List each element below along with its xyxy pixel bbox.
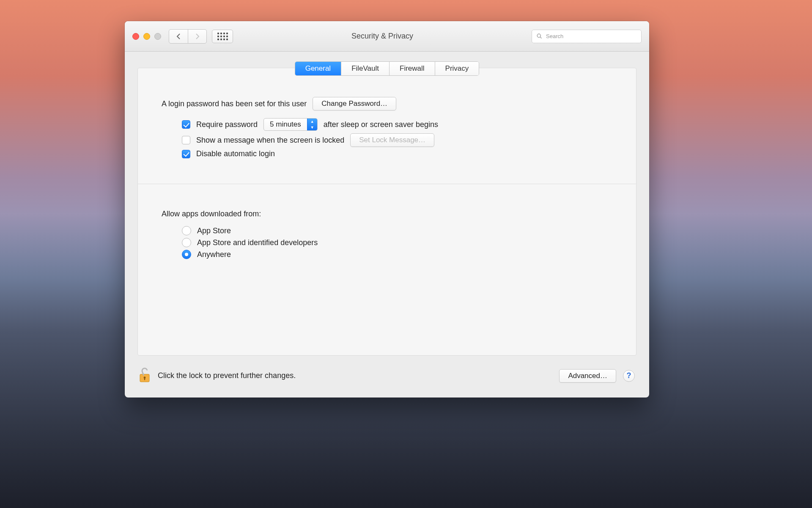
stepper-icon: ▲▼ (307, 119, 317, 130)
radio-label: Anywhere (197, 250, 231, 259)
button-label: Set Lock Message… (359, 136, 425, 144)
titlebar: Security & Privacy Search (125, 21, 649, 52)
tab-bar: General FileVault Firewall Privacy (295, 61, 480, 76)
advanced-button[interactable]: Advanced… (559, 369, 616, 383)
tab-label: Firewall (400, 64, 425, 72)
show-message-label: Show a message when the screen is locked (196, 136, 344, 145)
search-field[interactable]: Search (532, 30, 642, 43)
password-set-text: A login password has been set for this u… (162, 99, 307, 108)
unlocked-lock-icon (137, 367, 151, 384)
button-label: Change Password… (321, 99, 387, 108)
gatekeeper-heading: Allow apps downloaded from: (162, 210, 612, 218)
section-divider (138, 184, 636, 184)
tab-general[interactable]: General (295, 62, 341, 75)
window-title: Security & Privacy (238, 32, 527, 41)
gatekeeper-option-identified: App Store and identified developers (182, 238, 612, 247)
forward-button (188, 30, 206, 43)
footer: Click the lock to prevent further change… (125, 356, 649, 398)
search-placeholder: Search (546, 33, 563, 39)
gatekeeper-option-appstore: App Store (182, 226, 612, 235)
radio-label: App Store (197, 226, 231, 235)
require-password-delay-select[interactable]: 5 minutes ▲▼ (263, 118, 318, 131)
content-area: General FileVault Firewall Privacy A log… (125, 52, 649, 356)
after-sleep-text: after sleep or screen saver begins (324, 120, 438, 129)
search-icon (536, 33, 543, 39)
tab-label: Privacy (445, 64, 469, 72)
help-button[interactable]: ? (623, 370, 635, 382)
gatekeeper-option-anywhere: Anywhere (182, 250, 612, 259)
set-lock-message-button: Set Lock Message… (350, 133, 434, 147)
show-message-checkbox[interactable] (182, 136, 190, 144)
main-panel: General FileVault Firewall Privacy A log… (137, 68, 636, 356)
lock-hint-text: Click the lock to prevent further change… (158, 371, 296, 380)
grid-icon (217, 33, 228, 40)
disable-autologin-row: Disable automatic login (182, 149, 612, 158)
tab-label: General (305, 64, 331, 72)
tab-filevault[interactable]: FileVault (341, 62, 389, 75)
window-controls (132, 33, 161, 40)
radio-anywhere[interactable] (182, 250, 191, 259)
back-button[interactable] (169, 30, 188, 43)
svg-point-0 (537, 34, 540, 37)
button-label: Advanced… (568, 372, 607, 380)
lock-button[interactable] (137, 367, 151, 385)
svg-rect-3 (144, 378, 145, 380)
require-password-checkbox[interactable] (182, 120, 190, 129)
radio-label: App Store and identified developers (197, 238, 318, 247)
gatekeeper-section: Allow apps downloaded from: App Store Ap… (162, 210, 612, 259)
disable-autologin-label: Disable automatic login (196, 149, 275, 158)
preferences-window: Security & Privacy Search General FileVa… (125, 21, 649, 398)
tab-privacy[interactable]: Privacy (435, 62, 479, 75)
zoom-window-button (154, 33, 161, 40)
tab-label: FileVault (351, 64, 379, 72)
svg-line-1 (540, 37, 541, 38)
close-window-button[interactable] (132, 33, 139, 40)
nav-history-buttons (169, 29, 207, 44)
disable-autologin-checkbox[interactable] (182, 150, 190, 158)
radio-identified-developers[interactable] (182, 238, 191, 247)
show-message-row: Show a message when the screen is locked… (182, 133, 612, 147)
radio-appstore[interactable] (182, 226, 191, 235)
select-value: 5 minutes (264, 120, 307, 129)
require-password-row: Require password 5 minutes ▲▼ after slee… (182, 118, 612, 131)
change-password-button[interactable]: Change Password… (313, 97, 396, 110)
require-password-label: Require password (196, 120, 258, 129)
minimize-window-button[interactable] (143, 33, 150, 40)
show-all-button[interactable] (212, 30, 233, 43)
tab-firewall[interactable]: Firewall (389, 62, 435, 75)
login-section: A login password has been set for this u… (162, 97, 612, 158)
